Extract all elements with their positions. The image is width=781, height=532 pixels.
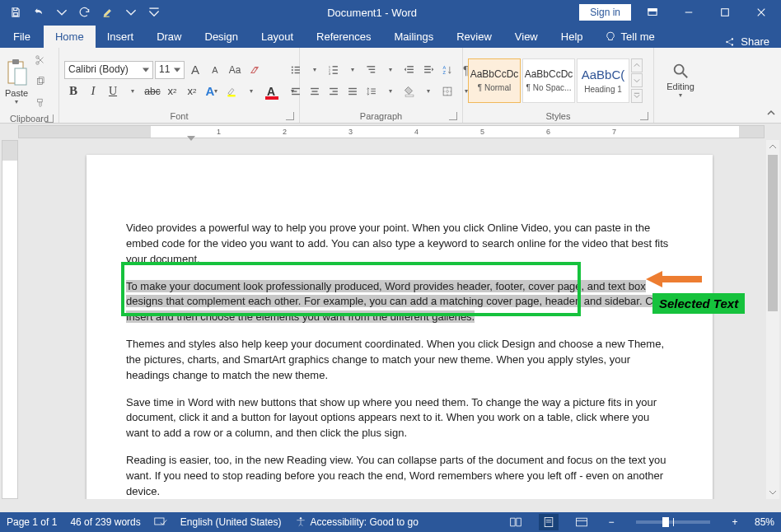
vertical-scrollbar[interactable] bbox=[766, 140, 779, 499]
qat-customize-icon[interactable] bbox=[143, 2, 165, 23]
style-heading-1[interactable]: AaBbC( Heading 1 bbox=[577, 58, 629, 103]
tab-layout[interactable]: Layout bbox=[250, 26, 305, 48]
align-left-icon[interactable] bbox=[287, 82, 305, 100]
gallery-up-icon[interactable] bbox=[631, 58, 643, 72]
multilevel-list-icon[interactable] bbox=[362, 61, 381, 79]
tab-insert[interactable]: Insert bbox=[96, 26, 146, 48]
undo-more-icon[interactable] bbox=[51, 2, 72, 23]
status-word-count[interactable]: 46 of 239 words bbox=[70, 516, 140, 528]
paragraph-3[interactable]: Themes and styles also help keep your do… bbox=[126, 337, 673, 384]
scroll-up-icon[interactable] bbox=[766, 140, 779, 153]
decrease-indent-icon[interactable] bbox=[400, 61, 419, 79]
status-page[interactable]: Page 1 of 1 bbox=[7, 516, 57, 528]
shading-icon[interactable] bbox=[400, 82, 419, 100]
collapse-ribbon-icon[interactable] bbox=[761, 48, 781, 123]
paste-button[interactable]: Paste ▾ bbox=[5, 58, 28, 105]
multilevel-more-icon[interactable]: ▾ bbox=[381, 61, 400, 79]
tab-file[interactable]: File bbox=[0, 26, 44, 48]
paragraph-1[interactable]: Video provides a powerful way to help yo… bbox=[126, 221, 673, 268]
highlight-color-icon[interactable] bbox=[222, 82, 241, 100]
italic-button[interactable]: I bbox=[84, 82, 102, 100]
tab-references[interactable]: References bbox=[305, 26, 382, 48]
shrink-font-icon[interactable]: A bbox=[206, 61, 224, 79]
text-effects-icon[interactable]: A▾ bbox=[203, 82, 221, 100]
underline-more-icon[interactable]: ▾ bbox=[124, 82, 142, 100]
line-spacing-icon[interactable] bbox=[362, 82, 381, 100]
read-mode-icon[interactable] bbox=[506, 514, 526, 530]
tab-home[interactable]: Home bbox=[44, 26, 96, 48]
horizontal-ruler[interactable]: 1 2 3 4 5 6 7 bbox=[18, 125, 765, 138]
font-launcher-icon[interactable] bbox=[286, 112, 294, 120]
tab-view[interactable]: View bbox=[503, 26, 550, 48]
zoom-slider[interactable] bbox=[636, 520, 710, 524]
paragraph-5[interactable]: Reading is easier, too, in the new Readi… bbox=[126, 453, 673, 499]
spacing-more-icon[interactable]: ▾ bbox=[381, 82, 400, 100]
numbering-icon[interactable]: 123 bbox=[325, 61, 343, 79]
paragraph-launcher-icon[interactable] bbox=[449, 112, 457, 120]
scroll-down-icon[interactable] bbox=[766, 486, 779, 499]
clear-format-icon[interactable] bbox=[246, 61, 264, 79]
style-no-spacing[interactable]: AaBbCcDc ¶ No Spac... bbox=[522, 58, 575, 103]
justify-icon[interactable] bbox=[344, 82, 362, 100]
tab-draw[interactable]: Draw bbox=[145, 26, 193, 48]
bullets-more-icon[interactable]: ▾ bbox=[306, 61, 324, 79]
borders-icon[interactable] bbox=[438, 82, 456, 100]
editing-button[interactable]: Editing ▾ bbox=[666, 62, 694, 99]
scroll-thumb[interactable] bbox=[768, 155, 778, 311]
share-button[interactable]: Share bbox=[741, 35, 769, 48]
zoom-level[interactable]: 85% bbox=[755, 516, 774, 528]
paragraph-4[interactable]: Save time in Word with new buttons that … bbox=[126, 395, 673, 442]
align-center-icon[interactable] bbox=[306, 82, 324, 100]
gallery-down-icon[interactable] bbox=[631, 73, 643, 87]
strikethrough-button[interactable]: abc bbox=[143, 82, 161, 100]
ribbon-display-icon[interactable] bbox=[638, 1, 667, 24]
gallery-expand-icon[interactable] bbox=[631, 89, 643, 103]
clipboard-launcher-icon[interactable] bbox=[45, 114, 54, 123]
align-right-icon[interactable] bbox=[325, 82, 343, 100]
web-layout-icon[interactable] bbox=[572, 514, 592, 530]
style-normal[interactable]: AaBbCcDc ¶ Normal bbox=[468, 58, 521, 103]
minimize-icon[interactable] bbox=[674, 1, 704, 24]
paragraph-2-selected[interactable]: To make your document look professionall… bbox=[126, 279, 673, 326]
undo-icon[interactable] bbox=[28, 2, 49, 23]
grow-font-icon[interactable]: A bbox=[186, 61, 204, 79]
sign-in-button[interactable]: Sign in bbox=[579, 4, 631, 21]
format-painter-icon[interactable] bbox=[31, 94, 49, 112]
cut-icon[interactable] bbox=[31, 51, 49, 69]
superscript-button[interactable]: x2 bbox=[183, 82, 201, 100]
sort-icon[interactable]: AZ bbox=[438, 61, 456, 79]
status-accessibility[interactable]: Accessibility: Good to go bbox=[295, 516, 419, 528]
redo-icon[interactable] bbox=[74, 2, 96, 23]
print-layout-icon[interactable] bbox=[539, 514, 559, 530]
save-icon[interactable] bbox=[5, 2, 26, 23]
bullets-icon[interactable] bbox=[287, 61, 305, 79]
highlight-more-icon[interactable]: ▾ bbox=[242, 82, 260, 100]
document-page[interactable]: Video provides a powerful way to help yo… bbox=[87, 155, 713, 499]
tab-mailings[interactable]: Mailings bbox=[383, 26, 446, 48]
numbering-more-icon[interactable]: ▾ bbox=[344, 61, 362, 79]
zoom-out-button[interactable]: − bbox=[605, 516, 618, 528]
bold-button[interactable]: B bbox=[64, 82, 82, 100]
font-name-select[interactable]: Calibri (Body) bbox=[64, 61, 153, 79]
qat-dropdown-icon[interactable] bbox=[120, 2, 142, 23]
copy-icon[interactable] bbox=[31, 72, 49, 91]
tell-me-search[interactable]: Tell me bbox=[595, 26, 665, 48]
styles-launcher-icon[interactable] bbox=[640, 112, 648, 120]
status-language[interactable]: English (United States) bbox=[180, 516, 282, 528]
status-spellcheck-icon[interactable] bbox=[154, 516, 167, 530]
zoom-in-button[interactable]: + bbox=[728, 516, 741, 528]
vertical-ruler[interactable] bbox=[2, 140, 18, 499]
increase-indent-icon[interactable] bbox=[419, 61, 437, 79]
tab-review[interactable]: Review bbox=[445, 26, 503, 48]
font-size-select[interactable]: 11 bbox=[155, 61, 185, 79]
shading-more-icon[interactable]: ▾ bbox=[419, 82, 437, 100]
maximize-icon[interactable] bbox=[710, 1, 740, 24]
styles-gallery-scroll[interactable] bbox=[631, 58, 643, 103]
tab-help[interactable]: Help bbox=[550, 26, 595, 48]
change-case-icon[interactable]: Aa bbox=[226, 61, 244, 79]
subscript-button[interactable]: x2 bbox=[163, 82, 181, 100]
highlight-icon[interactable] bbox=[97, 2, 119, 23]
close-icon[interactable] bbox=[746, 1, 776, 24]
tab-design[interactable]: Design bbox=[194, 26, 250, 48]
underline-button[interactable]: U bbox=[104, 82, 122, 100]
